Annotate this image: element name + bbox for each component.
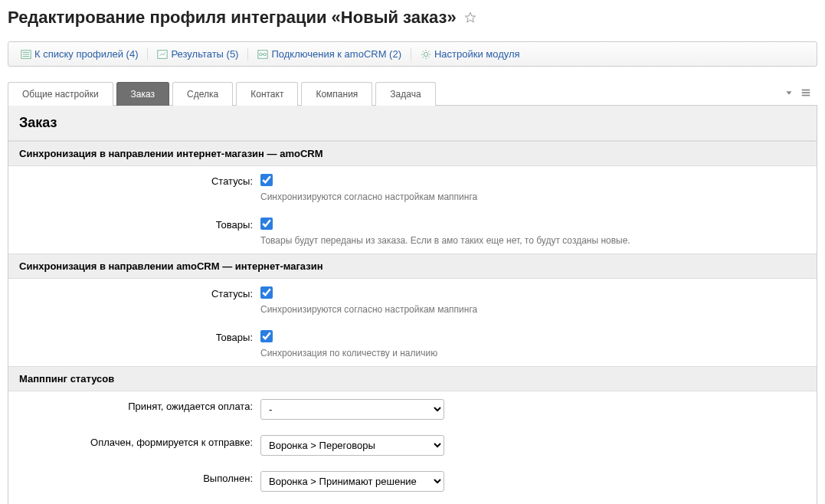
checkbox-goods-to-amo[interactable] — [260, 218, 273, 230]
select-map-paid[interactable]: Воронка > Переговоры — [260, 435, 444, 456]
hint-goods-to-amo: Товары будут переданы из заказа. Если в … — [260, 235, 806, 246]
label-statuses-to-amo: Статусы: — [19, 174, 260, 187]
tabs: Общие настройки Заказ Сделка Контакт Ком… — [8, 81, 784, 106]
panel-title: Заказ — [8, 106, 817, 141]
favorite-star-icon[interactable] — [464, 11, 476, 24]
tab-task[interactable]: Задача — [375, 82, 435, 106]
svg-rect-14 — [802, 95, 810, 97]
section-sync-to-amocrm: Синхронизация в направлении интернет-маг… — [8, 141, 817, 166]
tab-order[interactable]: Заказ — [116, 82, 169, 106]
hint-statuses-from-amo: Синхронизируются согласно настройкам мап… — [260, 304, 806, 315]
svg-marker-0 — [465, 12, 475, 22]
label-map-accepted: Принят, ожидается оплата: — [19, 399, 260, 412]
section-status-mapping: Мапппинг статусов — [8, 366, 817, 391]
tab-contact[interactable]: Контакт — [236, 82, 298, 106]
svg-rect-12 — [802, 90, 810, 91]
hint-statuses-to-amo: Синхронизируются согласно настройкам мап… — [260, 191, 806, 202]
svg-rect-13 — [802, 92, 810, 93]
toolbar-item-label: Результаты (5) — [171, 48, 238, 60]
page-title: Редактирование профиля интеграции «Новый… — [8, 8, 457, 28]
label-map-paid: Оплачен, формируется к отправке: — [19, 435, 260, 448]
connections-icon — [257, 49, 268, 60]
label-goods-to-amo: Товары: — [19, 218, 260, 231]
tab-company[interactable]: Компания — [301, 82, 372, 106]
checkbox-statuses-from-amo[interactable] — [260, 286, 273, 299]
svg-point-10 — [424, 52, 427, 56]
toolbar-item-label: Настройки модуля — [434, 48, 520, 60]
connections-link[interactable]: Подключения к amoCRM (2) — [251, 46, 408, 62]
menu-icon[interactable] — [800, 87, 811, 98]
chevron-down-icon[interactable] — [784, 87, 794, 98]
profiles-list-link[interactable]: К списку профилей (4) — [15, 46, 144, 62]
checkbox-goods-from-amo[interactable] — [260, 330, 273, 342]
tab-deal[interactable]: Сделка — [172, 82, 233, 106]
section-sync-from-amocrm: Синхронизация в направлении amoCRM — инт… — [8, 254, 817, 279]
select-map-accepted[interactable]: - — [260, 399, 444, 420]
context-toolbar: К списку профилей (4) Результаты (5) Под… — [8, 41, 817, 67]
label-goods-from-amo: Товары: — [19, 330, 260, 343]
results-icon — [157, 49, 168, 60]
label-map-completed: Выполнен: — [19, 471, 260, 484]
label-statuses-from-amo: Статусы: — [19, 286, 260, 299]
list-icon — [21, 49, 31, 60]
checkbox-statuses-to-amo[interactable] — [260, 174, 273, 186]
svg-marker-11 — [787, 91, 792, 94]
gear-icon — [421, 49, 431, 60]
hint-goods-from-amo: Синхронизация по количеству и наличию — [260, 348, 806, 358]
module-settings-link[interactable]: Настройки модуля — [414, 46, 526, 62]
toolbar-item-label: К списку профилей (4) — [34, 48, 138, 60]
order-panel: Заказ Синхронизация в направлении интерн… — [8, 106, 817, 504]
tab-general[interactable]: Общие настройки — [8, 82, 113, 106]
results-link[interactable]: Результаты (5) — [151, 46, 244, 62]
select-map-completed[interactable]: Воронка > Принимают решение — [260, 471, 444, 492]
toolbar-item-label: Подключения к amoCRM (2) — [271, 48, 401, 60]
